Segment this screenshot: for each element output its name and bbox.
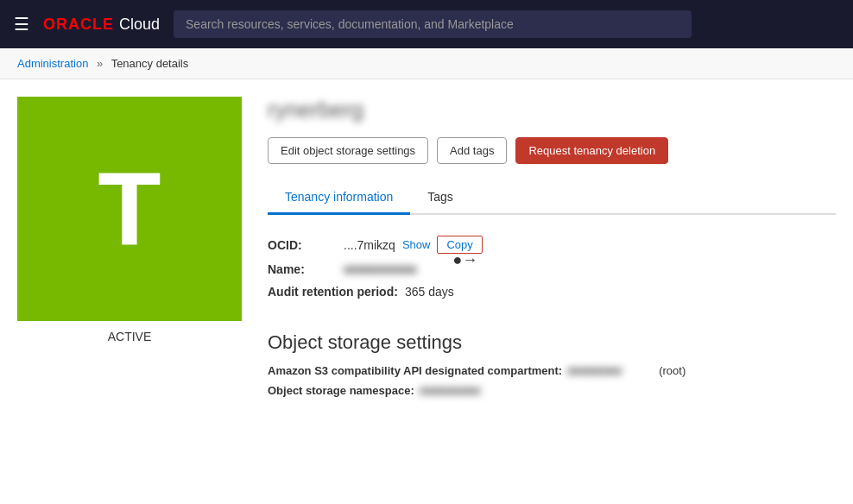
s3-row: Amazon S3 compatibility API designated c… [268, 364, 836, 377]
tabs-container: Tenancy information Tags [268, 181, 836, 215]
namespace-value: ■■■■■■■■■ [420, 384, 506, 397]
s3-value: ■■■■■■■■ [567, 364, 654, 377]
copy-area: Copy ●→ [437, 236, 482, 254]
name-row: Name: ■■■■■■■■■■ [268, 262, 836, 276]
app-header: ☰ ORACLE Cloud [0, 0, 853, 48]
search-input[interactable] [174, 10, 692, 38]
oracle-brand: ORACLE [43, 16, 114, 34]
object-storage-section: Object storage settings Amazon S3 compat… [268, 331, 836, 397]
left-panel: T ACTIVE [17, 97, 242, 404]
namespace-label: Object storage namespace: [268, 384, 414, 397]
ocid-value: ....7mikzq [344, 238, 395, 252]
s3-root: (root) [659, 364, 686, 377]
breadcrumb-admin-link[interactable]: Administration [17, 57, 88, 70]
tab-tags[interactable]: Tags [410, 181, 471, 215]
request-deletion-button[interactable]: Request tenancy deletion [515, 137, 668, 164]
copy-button[interactable]: Copy [437, 236, 482, 254]
ocid-row: OCID: ....7mikzq Show Copy ●→ [268, 236, 836, 254]
breadcrumb-separator: » [97, 57, 103, 70]
tenant-avatar: T [17, 97, 242, 321]
namespace-row: Object storage namespace: ■■■■■■■■■ [268, 384, 836, 397]
edit-storage-button[interactable]: Edit object storage settings [268, 137, 428, 164]
ocid-label: OCID: [268, 238, 337, 252]
tenant-letter: T [98, 157, 161, 261]
name-label: Name: [268, 262, 337, 276]
menu-icon[interactable]: ☰ [14, 14, 29, 35]
s3-label: Amazon S3 compatibility API designated c… [268, 364, 562, 377]
show-link[interactable]: Show [402, 238, 431, 251]
oracle-logo: ORACLE Cloud [43, 16, 160, 34]
name-value: ■■■■■■■■■■ [344, 262, 447, 276]
object-storage-title: Object storage settings [268, 331, 836, 354]
breadcrumb-current: Tenancy details [111, 57, 189, 70]
cloud-label: Cloud [119, 16, 160, 34]
audit-value: 365 days [405, 285, 454, 299]
add-tags-button[interactable]: Add tags [437, 137, 507, 164]
main-content: T ACTIVE rynerberg Edit object storage s… [0, 79, 853, 421]
action-buttons: Edit object storage settings Add tags Re… [268, 137, 836, 164]
audit-row: Audit retention period: 365 days [268, 285, 836, 299]
tab-tenancy-info[interactable]: Tenancy information [268, 181, 410, 215]
tenant-name: rynerberg [268, 97, 836, 123]
audit-label: Audit retention period: [268, 285, 398, 299]
breadcrumb: Administration » Tenancy details [0, 48, 853, 79]
tenancy-info-section: OCID: ....7mikzq Show Copy ●→ Name: ■■■■… [268, 229, 836, 314]
status-badge: ACTIVE [108, 330, 152, 343]
right-panel: rynerberg Edit object storage settings A… [268, 97, 836, 404]
